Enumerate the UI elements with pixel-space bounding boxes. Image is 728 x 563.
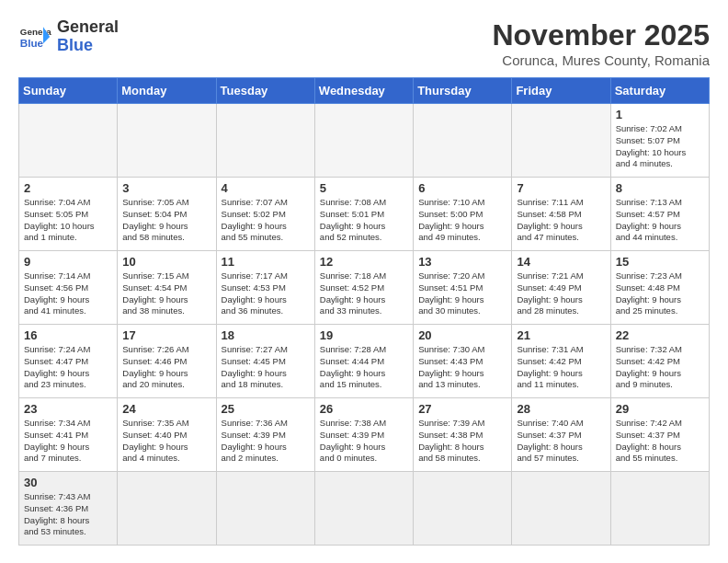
weekday-header-sunday: Sunday (19, 78, 118, 104)
day-number: 19 (320, 328, 408, 342)
calendar-week-row: 30Sunrise: 7:43 AM Sunset: 4:36 PM Dayli… (19, 472, 710, 546)
calendar-cell (314, 472, 413, 546)
logo-icon: General Blue (18, 20, 51, 53)
day-number: 2 (24, 181, 112, 195)
day-info: Sunrise: 7:32 AM Sunset: 4:42 PM Dayligh… (616, 344, 704, 391)
calendar-cell: 22Sunrise: 7:32 AM Sunset: 4:42 PM Dayli… (610, 325, 709, 398)
day-number: 5 (320, 181, 408, 195)
calendar-week-row: 16Sunrise: 7:24 AM Sunset: 4:47 PM Dayli… (19, 325, 710, 398)
day-info: Sunrise: 7:35 AM Sunset: 4:40 PM Dayligh… (122, 418, 210, 465)
calendar-table: SundayMondayTuesdayWednesdayThursdayFrid… (18, 77, 710, 546)
calendar-cell: 25Sunrise: 7:36 AM Sunset: 4:39 PM Dayli… (216, 398, 314, 472)
day-number: 25 (222, 402, 310, 416)
calendar-cell (216, 104, 314, 178)
calendar-cell: 19Sunrise: 7:28 AM Sunset: 4:44 PM Dayli… (314, 325, 413, 398)
calendar-cell (414, 472, 512, 546)
day-number: 27 (418, 402, 506, 416)
day-info: Sunrise: 7:24 AM Sunset: 4:47 PM Dayligh… (24, 344, 112, 391)
day-info: Sunrise: 7:10 AM Sunset: 5:00 PM Dayligh… (418, 197, 506, 244)
day-number: 28 (517, 402, 605, 416)
weekday-header-monday: Monday (118, 78, 216, 104)
location-subtitle: Corunca, Mures County, Romania (492, 52, 710, 68)
calendar-cell: 24Sunrise: 7:35 AM Sunset: 4:40 PM Dayli… (118, 398, 216, 472)
calendar-cell: 5Sunrise: 7:08 AM Sunset: 5:01 PM Daylig… (314, 178, 413, 251)
day-info: Sunrise: 7:21 AM Sunset: 4:49 PM Dayligh… (517, 270, 605, 317)
day-info: Sunrise: 7:02 AM Sunset: 5:07 PM Dayligh… (616, 123, 704, 170)
weekday-header-thursday: Thursday (414, 78, 512, 104)
day-number: 7 (517, 181, 605, 195)
calendar-cell (216, 472, 314, 546)
day-number: 8 (616, 181, 704, 195)
calendar-cell: 27Sunrise: 7:39 AM Sunset: 4:38 PM Dayli… (414, 398, 512, 472)
day-number: 11 (222, 255, 310, 269)
weekday-header-tuesday: Tuesday (216, 78, 314, 104)
calendar-cell: 26Sunrise: 7:38 AM Sunset: 4:39 PM Dayli… (314, 398, 413, 472)
calendar-cell (118, 104, 216, 178)
calendar-cell: 15Sunrise: 7:23 AM Sunset: 4:48 PM Dayli… (610, 251, 709, 325)
calendar-cell (19, 104, 118, 178)
day-number: 12 (320, 255, 408, 269)
calendar-cell: 8Sunrise: 7:13 AM Sunset: 4:57 PM Daylig… (610, 178, 709, 251)
title-block: November 2025 Corunca, Mures County, Rom… (492, 18, 710, 68)
calendar-cell (118, 472, 216, 546)
day-number: 1 (616, 108, 704, 121)
day-number: 6 (418, 181, 506, 195)
day-info: Sunrise: 7:38 AM Sunset: 4:39 PM Dayligh… (320, 418, 408, 465)
calendar-cell (414, 104, 512, 178)
calendar-cell: 23Sunrise: 7:34 AM Sunset: 4:41 PM Dayli… (19, 398, 118, 472)
day-number: 29 (616, 402, 704, 416)
day-info: Sunrise: 7:17 AM Sunset: 4:53 PM Dayligh… (222, 270, 310, 317)
calendar-cell: 28Sunrise: 7:40 AM Sunset: 4:37 PM Dayli… (512, 398, 610, 472)
day-number: 18 (222, 328, 310, 342)
calendar-cell: 21Sunrise: 7:31 AM Sunset: 4:42 PM Dayli… (512, 325, 610, 398)
day-number: 17 (122, 328, 210, 342)
day-number: 10 (122, 255, 210, 269)
day-info: Sunrise: 7:04 AM Sunset: 5:05 PM Dayligh… (24, 197, 112, 244)
day-number: 4 (222, 181, 310, 195)
day-number: 23 (24, 402, 112, 416)
day-info: Sunrise: 7:27 AM Sunset: 4:45 PM Dayligh… (222, 344, 310, 391)
day-number: 3 (122, 181, 210, 195)
day-info: Sunrise: 7:11 AM Sunset: 4:58 PM Dayligh… (517, 197, 605, 244)
svg-text:Blue: Blue (20, 37, 44, 49)
month-title: November 2025 (492, 18, 710, 52)
calendar-cell: 3Sunrise: 7:05 AM Sunset: 5:04 PM Daylig… (118, 178, 216, 251)
calendar-week-row: 23Sunrise: 7:34 AM Sunset: 4:41 PM Dayli… (19, 398, 710, 472)
day-number: 24 (122, 402, 210, 416)
day-info: Sunrise: 7:18 AM Sunset: 4:52 PM Dayligh… (320, 270, 408, 317)
day-number: 21 (517, 328, 605, 342)
day-info: Sunrise: 7:40 AM Sunset: 4:37 PM Dayligh… (517, 418, 605, 465)
calendar-cell (314, 104, 413, 178)
day-number: 16 (24, 328, 112, 342)
calendar-cell: 20Sunrise: 7:30 AM Sunset: 4:43 PM Dayli… (414, 325, 512, 398)
day-info: Sunrise: 7:23 AM Sunset: 4:48 PM Dayligh… (616, 270, 704, 317)
calendar-cell: 13Sunrise: 7:20 AM Sunset: 4:51 PM Dayli… (414, 251, 512, 325)
calendar-cell: 6Sunrise: 7:10 AM Sunset: 5:00 PM Daylig… (414, 178, 512, 251)
day-number: 9 (24, 255, 112, 269)
calendar-cell (610, 472, 709, 546)
calendar-cell: 16Sunrise: 7:24 AM Sunset: 4:47 PM Dayli… (19, 325, 118, 398)
calendar-cell: 9Sunrise: 7:14 AM Sunset: 4:56 PM Daylig… (19, 251, 118, 325)
day-number: 20 (418, 328, 506, 342)
day-number: 15 (616, 255, 704, 269)
weekday-header-wednesday: Wednesday (314, 78, 413, 104)
calendar-week-row: 2Sunrise: 7:04 AM Sunset: 5:05 PM Daylig… (19, 178, 710, 251)
day-info: Sunrise: 7:42 AM Sunset: 4:37 PM Dayligh… (616, 418, 704, 465)
day-info: Sunrise: 7:43 AM Sunset: 4:36 PM Dayligh… (24, 491, 112, 538)
day-number: 30 (24, 476, 112, 489)
calendar-cell: 18Sunrise: 7:27 AM Sunset: 4:45 PM Dayli… (216, 325, 314, 398)
day-info: Sunrise: 7:08 AM Sunset: 5:01 PM Dayligh… (320, 197, 408, 244)
weekday-header-row: SundayMondayTuesdayWednesdayThursdayFrid… (19, 78, 710, 104)
day-number: 22 (616, 328, 704, 342)
weekday-header-friday: Friday (512, 78, 610, 104)
calendar-week-row: 9Sunrise: 7:14 AM Sunset: 4:56 PM Daylig… (19, 251, 710, 325)
day-info: Sunrise: 7:39 AM Sunset: 4:38 PM Dayligh… (418, 418, 506, 465)
day-info: Sunrise: 7:26 AM Sunset: 4:46 PM Dayligh… (122, 344, 210, 391)
calendar-cell: 10Sunrise: 7:15 AM Sunset: 4:54 PM Dayli… (118, 251, 216, 325)
day-info: Sunrise: 7:34 AM Sunset: 4:41 PM Dayligh… (24, 418, 112, 465)
day-info: Sunrise: 7:20 AM Sunset: 4:51 PM Dayligh… (418, 270, 506, 317)
calendar-cell: 29Sunrise: 7:42 AM Sunset: 4:37 PM Dayli… (610, 398, 709, 472)
page-header: General Blue General Blue November 2025 … (18, 18, 710, 68)
calendar-cell: 17Sunrise: 7:26 AM Sunset: 4:46 PM Dayli… (118, 325, 216, 398)
day-info: Sunrise: 7:30 AM Sunset: 4:43 PM Dayligh… (418, 344, 506, 391)
